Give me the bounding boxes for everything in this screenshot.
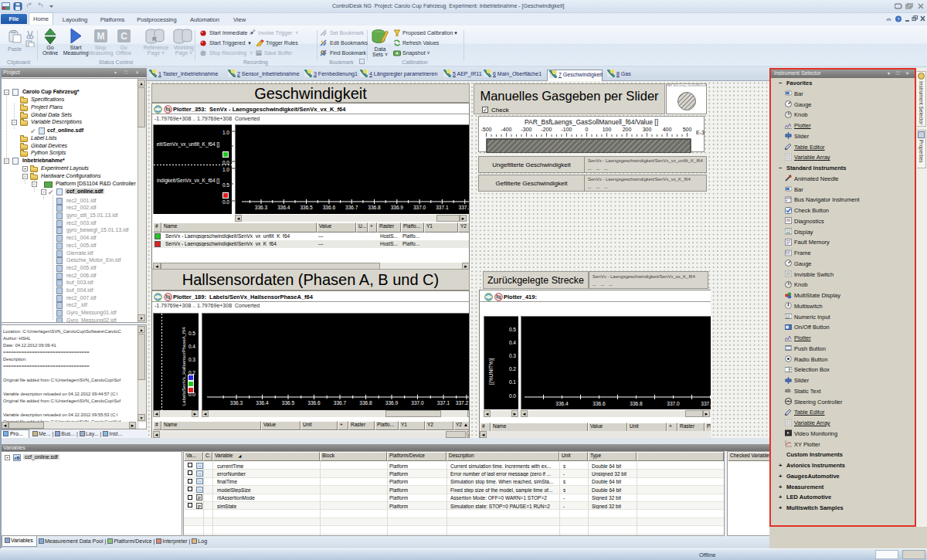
svg-text:-500: -500 (480, 127, 491, 132)
svg-text:R: R (152, 36, 157, 42)
svg-text:-300: -300 (521, 127, 531, 132)
svg-text:10: 10 (786, 314, 790, 319)
svg-text:-200: -200 (541, 127, 552, 132)
svg-text:400: 400 (663, 127, 672, 132)
svg-text:-400: -400 (501, 127, 511, 132)
svg-text:ab: ab (785, 388, 791, 393)
svg-text:500: 500 (683, 127, 692, 132)
svg-text:200: 200 (623, 127, 632, 132)
svg-text:E-3: E-3 (696, 130, 705, 135)
svg-text:C: C (121, 31, 127, 42)
svg-text:100: 100 (603, 127, 612, 132)
svg-text:M: M (97, 31, 105, 42)
svg-text:300: 300 (643, 127, 652, 132)
svg-text:12: 12 (786, 229, 791, 234)
svg-text:0: 0 (586, 127, 589, 132)
svg-text:-100: -100 (561, 127, 572, 132)
